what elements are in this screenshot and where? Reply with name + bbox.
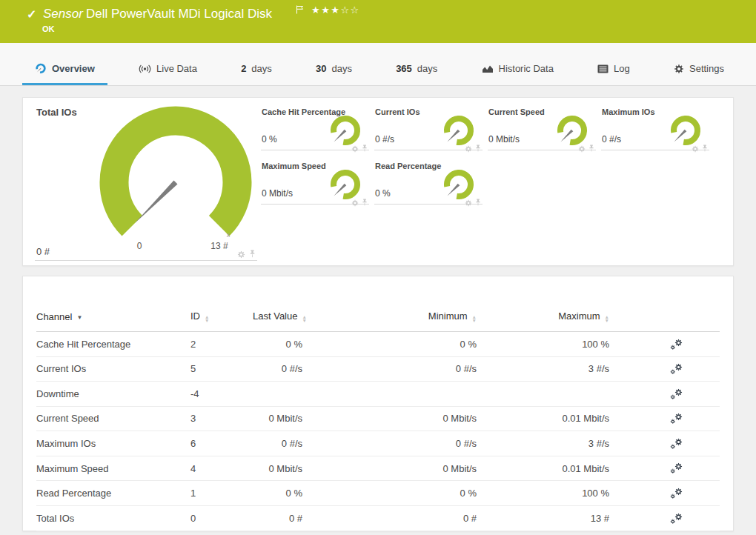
column-label: Channel	[36, 311, 72, 322]
stars-filled: ★★★	[311, 4, 340, 16]
gauge-dial	[441, 112, 477, 147]
gauge-pin-icon[interactable]	[475, 144, 481, 153]
log-icon	[597, 64, 609, 73]
channel-id: 2	[185, 332, 253, 357]
tab-historic-data[interactable]: Historic Data	[469, 63, 566, 85]
channel-id: 3	[185, 406, 253, 431]
gauge-maximum-speed: Maximum Speed 0 Mbit/s	[261, 162, 369, 205]
channel-id: 0	[185, 505, 253, 531]
maximum-value: 100 %	[483, 332, 615, 357]
table-header-row: Channel▼ ID▲▼ Last Value▲▼ Minimum▲▼ Max…	[36, 308, 720, 332]
minimum-value	[308, 382, 483, 407]
channel-id: 5	[185, 356, 253, 382]
gauge-cache-hit-percentage: Cache Hit Percentage 0 %	[261, 107, 369, 150]
broadcast-icon	[139, 64, 151, 73]
tab-overview[interactable]: Overview	[22, 62, 107, 85]
sort-icon: ▲▼	[205, 315, 209, 322]
tab-label: days	[251, 63, 271, 74]
last-value: 0 %	[253, 332, 308, 357]
gauge-pin-icon[interactable]	[588, 144, 594, 153]
status-check-icon: ✓	[27, 7, 36, 21]
channel-settings-gears-icon[interactable]	[670, 438, 683, 450]
gauge-value: 0 %	[375, 188, 391, 199]
maximum-value	[483, 382, 615, 407]
channel-settings-gears-icon[interactable]	[670, 363, 683, 375]
gauge-settings-gear-icon[interactable]	[237, 250, 245, 259]
tab-365-days[interactable]: 365 days	[383, 63, 450, 85]
gauge-settings-gear-icon[interactable]	[578, 145, 586, 153]
last-value	[253, 382, 308, 407]
column-header-actions	[615, 308, 720, 332]
gauge-pin-icon[interactable]	[475, 199, 481, 207]
tab-2-days[interactable]: 2 days	[228, 63, 285, 85]
tab-settings[interactable]: Settings	[661, 63, 737, 85]
gauge-settings-gear-icon[interactable]	[351, 199, 359, 207]
sort-icon: ▲▼	[302, 315, 306, 322]
gauge-title: Total IOs	[36, 107, 77, 118]
channel-settings-gears-icon[interactable]	[670, 513, 683, 525]
last-value: 0 %	[253, 481, 308, 506]
gauge-settings-gear-icon[interactable]	[465, 199, 472, 207]
minimum-value: 0 #/s	[308, 356, 483, 382]
channel-settings-gears-icon[interactable]	[670, 339, 683, 350]
tab-30-days[interactable]: 30 days	[303, 63, 365, 85]
channel-name: Current Speed	[36, 406, 185, 431]
status-badge: OK	[42, 24, 55, 33]
gauge-current-ios: Current IOs 0 #/s	[374, 107, 483, 150]
last-value: 0 #	[253, 505, 308, 531]
gauge-total-ios: Total IOs x 0 13 # 0 #	[35, 105, 257, 261]
maximum-value: 100 %	[483, 481, 615, 506]
tab-label: Settings	[689, 63, 724, 74]
column-header-channel[interactable]: Channel▼	[36, 308, 185, 332]
gauge-pin-icon[interactable]	[702, 144, 708, 153]
sort-desc-icon: ▼	[76, 314, 82, 321]
table-row: Maximum IOs 6 0 #/s 0 #/s 3 #/s	[36, 431, 720, 456]
channel-settings-gears-icon[interactable]	[670, 488, 683, 499]
maximum-value: 3 #/s	[483, 356, 615, 382]
object-kind-label: Sensor	[43, 7, 83, 21]
gauge-dial	[668, 112, 703, 147]
channel-settings-gears-icon[interactable]	[670, 388, 683, 400]
tab-number: 30	[316, 63, 326, 74]
gauge-maximum-ios: Maximum IOs 0 #/s	[601, 107, 709, 150]
gauge-pin-icon[interactable]	[362, 199, 368, 207]
column-header-last-value[interactable]: Last Value▲▼	[253, 308, 308, 332]
channel-settings-gears-icon[interactable]	[670, 462, 683, 474]
small-gauges-grid: Cache Hit Percentage 0 % Current IOs 0 #…	[261, 107, 714, 216]
column-header-minimum[interactable]: Minimum▲▼	[308, 308, 483, 332]
gauge-scale-min: 0	[130, 241, 149, 251]
gauge-scale-multiplier: x	[217, 231, 239, 239]
tab-bar: Overview Live Data 2 days 30 days 365 da…	[0, 43, 756, 86]
gauge-dial	[328, 166, 363, 202]
table-row: Total IOs 0 0 # 0 # 13 #	[36, 505, 720, 531]
last-value: 0 #/s	[253, 356, 308, 382]
gauge-title: Maximum Speed	[262, 162, 326, 170]
flag-icon[interactable]	[296, 4, 305, 17]
column-label: Minimum	[428, 310, 468, 322]
table-row: Cache Hit Percentage 2 0 % 0 % 100 %	[36, 332, 720, 357]
table-row: Current Speed 3 0 Mbit/s 0 Mbit/s 0.01 M…	[36, 406, 720, 431]
tab-number: 365	[396, 63, 412, 74]
priority-rating[interactable]: ★★★☆☆	[311, 4, 360, 16]
channel-id: -4	[185, 382, 253, 407]
column-header-id[interactable]: ID▲▼	[185, 308, 253, 332]
tab-live-data[interactable]: Live Data	[126, 63, 210, 85]
sort-icon: ▲▼	[472, 315, 477, 322]
gauge-icon	[35, 62, 47, 74]
tab-log[interactable]: Log	[585, 63, 643, 85]
channel-settings-gears-icon[interactable]	[670, 413, 683, 425]
gauge-settings-gear-icon[interactable]	[351, 145, 359, 153]
gauge-settings-gear-icon[interactable]	[465, 145, 472, 153]
last-value: 0 #/s	[253, 431, 308, 456]
gauge-pin-icon[interactable]	[249, 250, 256, 259]
minimum-value: 0 Mbit/s	[308, 406, 483, 431]
gauge-dial	[441, 166, 477, 202]
tab-label: Historic Data	[499, 63, 554, 74]
tab-number: 2	[241, 63, 246, 74]
gauge-pin-icon[interactable]	[362, 144, 368, 153]
maximum-value: 3 #/s	[483, 431, 615, 456]
column-header-maximum[interactable]: Maximum▲▼	[483, 308, 615, 332]
gauge-current-speed: Current Speed 0 Mbit/s	[488, 107, 596, 150]
table-row: Maximum Speed 4 0 Mbit/s 0 Mbit/s 0.01 M…	[36, 456, 720, 481]
gauge-settings-gear-icon[interactable]	[692, 145, 699, 153]
